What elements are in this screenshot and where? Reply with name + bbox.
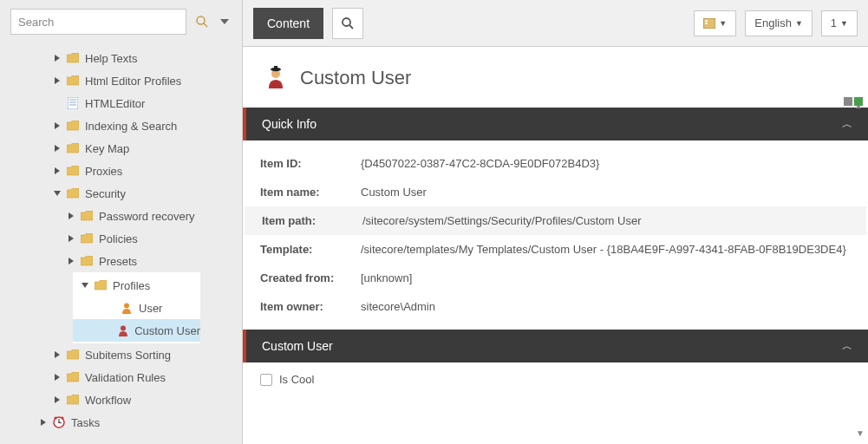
folder-icon [80,232,94,245]
section-quick-info-header[interactable]: Quick Info ︿ [243,108,868,140]
svg-marker-12 [54,191,61,196]
tree-expander[interactable] [52,122,62,129]
folder-icon [66,51,80,65]
field-label: Is Cool [279,373,314,386]
tree-expander[interactable] [52,167,62,174]
svg-point-29 [343,18,350,26]
info-value: sitecore\Admin [361,300,851,313]
tree-expander[interactable] [52,190,62,197]
tree-expander[interactable] [38,419,49,426]
tree-item-label: Validation Rules [85,371,166,384]
svg-rect-32 [705,20,708,22]
svg-point-28 [62,417,64,420]
folder-icon [66,370,80,384]
tree-item[interactable]: HTMLEditor [0,92,242,114]
tree-item[interactable]: Validation Rules [0,366,242,388]
info-row: Item ID:{D4507022-0387-47C2-8CDA-9E0DF07… [243,149,868,178]
is-cool-checkbox[interactable] [260,374,272,386]
info-value: {D4507022-0387-47C2-8CDA-9E0DF072B4D3} [361,157,851,170]
tree-item-label: Proxies [85,165,122,178]
section-title: Quick Info [262,117,317,131]
tree-expander[interactable] [52,77,62,84]
tree-expander[interactable] [80,282,90,289]
search-options-dropdown[interactable] [218,15,232,29]
svg-marker-2 [220,19,229,24]
tree-expander[interactable] [52,396,62,403]
tree-item[interactable]: Proxies [0,160,242,182]
info-value: /sitecore/templates/My Templates/Custom … [361,243,851,256]
search-icon[interactable] [193,13,211,30]
info-key: Created from: [260,271,361,284]
view-mode-selector[interactable]: ▼ [694,10,736,36]
tree-item-label: Security [85,187,126,200]
svg-point-17 [124,304,129,309]
tree-expander[interactable] [66,212,76,219]
chevron-down-icon: ▼ [719,19,727,28]
svg-marker-15 [69,258,74,264]
quick-info-table: Item ID:{D4507022-0387-47C2-8CDA-9E0DF07… [243,140,868,330]
chevron-down-icon: ▼ [840,19,848,28]
version-selector[interactable]: 1 ▼ [821,10,858,36]
tree-item[interactable]: Help Texts [0,47,242,69]
tree-item[interactable]: Custom User [73,319,200,342]
svg-rect-36 [274,66,277,69]
tree-item[interactable]: Presets [0,250,242,272]
ribbon-search-button[interactable] [332,8,363,39]
folder-icon [66,119,80,133]
svg-marker-22 [41,419,46,426]
document-icon [66,96,80,110]
info-row: Item path:/sitecore/system/Settings/Secu… [245,206,866,235]
tree-expander[interactable] [52,145,62,152]
page-title: Custom User [300,67,411,89]
clock-icon [52,415,66,429]
tree-expander[interactable] [66,258,76,264]
language-selector[interactable]: English ▼ [745,10,813,36]
tree-expander[interactable] [52,374,62,381]
section-custom-user-header[interactable]: Custom User ︿ [243,330,868,362]
tree-item[interactable]: Security [0,182,242,205]
svg-marker-4 [55,77,60,84]
svg-marker-3 [55,55,60,62]
svg-marker-20 [55,374,60,381]
tree-item[interactable]: Subitems Sorting [0,343,242,366]
info-key: Item ID: [260,157,361,170]
tree-expander[interactable] [52,351,62,358]
tree-item-label: Presets [99,255,137,268]
info-row: Item name:Custom User [243,178,868,206]
info-key: Item name: [260,186,361,199]
svg-line-30 [349,25,353,29]
svg-point-0 [197,16,205,24]
svg-marker-11 [55,167,60,174]
tree-item-label: Password recovery [99,210,195,223]
info-row: Template:/sitecore/templates/My Template… [243,235,868,264]
tree-expander[interactable] [66,235,76,242]
svg-marker-14 [69,235,74,242]
svg-rect-33 [705,23,708,24]
marker-grey[interactable] [844,97,852,106]
info-row: Created from:[unknown] [243,264,868,292]
tree-item-label: Custom User [134,324,200,337]
tree-item[interactable]: Workflow [0,388,242,411]
marker-green[interactable] [854,97,863,106]
svg-marker-10 [55,145,60,152]
tree-item[interactable]: Password recovery [0,205,242,227]
folder-icon [66,186,80,200]
tree-expander[interactable] [52,55,62,62]
tree-item[interactable]: Html Editor Profiles [0,69,242,92]
tab-content[interactable]: Content [253,8,323,39]
tree-item[interactable]: Tasks [0,411,242,434]
tree-item[interactable]: User [73,297,200,319]
search-input[interactable]: Search [10,9,186,35]
info-key: Item owner: [260,300,361,313]
tree-item[interactable]: Key Map [0,137,242,160]
tree-item[interactable]: Indexing & Search [0,114,242,137]
user-icon [117,323,129,337]
tree-item-label: Subitems Sorting [85,349,171,362]
ribbon-bar: Content ▼ English ▼ 1 ▼ [243,0,868,47]
folder-icon [66,164,80,178]
scroll-down-icon[interactable]: ▼ [856,428,865,438]
tree-item-label: Key Map [85,142,129,155]
tree-item[interactable]: Profiles [73,274,200,297]
tree-item[interactable]: Policies [0,227,242,250]
info-value: /sitecore/system/Settings/Security/Profi… [362,214,849,227]
